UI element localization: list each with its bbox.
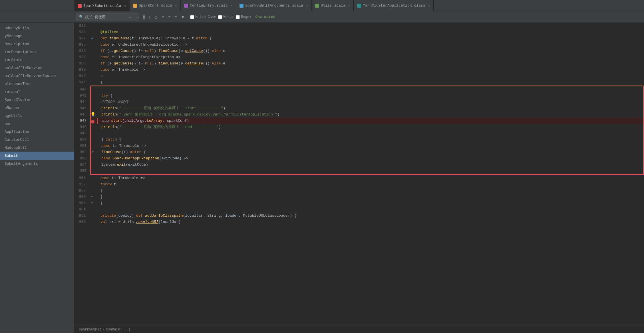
line-956: 956 case t: Throwable =>	[74, 175, 644, 181]
close-tab-btn[interactable]: ✕	[231, 4, 233, 7]
line-954: 954 System.exit(exitCode)	[91, 162, 643, 168]
sidebar-item-hadooputil[interactable]: HadoopUtil	[0, 144, 74, 152]
search-funnel-btn[interactable]: ▼	[180, 14, 186, 20]
sidebar-item-nalshuffleservicesource[interactable]: nalShuffleServiceSource	[0, 72, 74, 80]
search-icon: 🔍	[79, 15, 83, 19]
app-container: SparkSubmit.scala ✕ SparkConf.scala ✕ Co…	[0, 0, 644, 333]
match-case-option[interactable]: Match Case	[190, 15, 216, 19]
line-940: 940 e	[74, 73, 644, 79]
line-946: 946 💡 println(" yarn 集群模式下： org.apache.s…	[91, 111, 643, 118]
line-938: 938 if (e.getCause() != null) findCause(…	[74, 60, 644, 67]
sidebar-item-nrunner[interactable]: nRunner	[0, 104, 74, 112]
tab-label: SparkSubmitArguments.scala	[245, 3, 303, 8]
words-option[interactable]: Words	[218, 15, 234, 19]
sidebar-item-sparkcluster[interactable]: SparkCluster	[0, 96, 74, 104]
search-input-wrapper[interactable]: 🔍 ← → ✕	[77, 13, 139, 21]
tab-sparksubmitargs[interactable]: SparkSubmitArguments.scala ✕	[236, 0, 311, 11]
line-941: 941 }	[74, 79, 644, 86]
breakpoint-indicator	[91, 120, 94, 123]
close-tab-btn[interactable]: ✕	[306, 4, 308, 7]
match-case-label: Match Case	[195, 15, 216, 19]
close-tab-btn[interactable]: ✕	[428, 4, 430, 7]
reload-icon: ↺	[91, 35, 93, 42]
regex-option[interactable]: Regex	[236, 15, 251, 19]
line-937: 937 case e: InvocationTargetException =>	[74, 54, 644, 60]
line-958: 958 }	[74, 188, 644, 194]
search-bar: 🔍 ← → ✕ ↑ ↓ ⊙ ≡ ≡ ≡ ▼ Match Case Words	[0, 11, 644, 23]
line-932: 932	[74, 23, 644, 29]
line-957: 957 throw t	[74, 181, 644, 188]
breadcrumb-method: runMain(...)	[106, 328, 130, 332]
search-down-btn[interactable]: ↓	[147, 14, 152, 20]
search-up-btn[interactable]: ↑	[141, 14, 146, 20]
line-947: 947 app.start(childArgs.toArray, sparkCo…	[91, 118, 643, 124]
search-input[interactable]	[85, 15, 125, 19]
utils-icon	[315, 4, 319, 8]
line-951: 951 case t: Throwable =>	[91, 143, 643, 149]
sidebar-item-rotocol[interactable]: rotocol	[0, 88, 74, 96]
search-next-btn[interactable]: →	[135, 14, 141, 20]
editor-area: 932 933 @tailrec 934 ↺	[74, 23, 644, 333]
breadcrumb-file: SparkSubmit	[79, 328, 101, 332]
line-943: 943 try {	[91, 93, 643, 99]
line-961: 961	[74, 206, 644, 213]
hint-icon: 💡	[90, 111, 95, 118]
highlighted-code-region: 942 943 try {	[90, 86, 644, 175]
search-actions: ↑ ↓ ⊙ ≡ ≡ ≡ ▼	[141, 14, 186, 20]
line-959: 959 ▼ }	[74, 194, 644, 200]
sidebar-item-tolerancetest[interactable]: oleranceTest	[0, 80, 74, 88]
sidebar-item-submitarguments[interactable]: SubmitArguments	[0, 160, 74, 168]
close-tab-btn[interactable]: ✕	[175, 4, 177, 7]
tab-label: YarnClusterApplication.class	[363, 3, 425, 8]
line-960: 960 ▼ }	[74, 200, 644, 206]
sparkconf-icon	[133, 4, 137, 8]
fold-arrow-959[interactable]: ▼	[91, 194, 93, 200]
tab-label: SparkSubmit.scala	[83, 4, 121, 8]
tab-configentry[interactable]: ConfigEntry.scala ✕	[181, 0, 236, 11]
tab-label: Utils.scala	[321, 3, 345, 8]
line-963: 963 val uri = Utils.resolveURI(localJar)	[74, 219, 644, 225]
search-filter-btn1[interactable]: ≡	[160, 14, 166, 20]
editor-wrapper[interactable]: 932 933 @tailrec 934 ↺	[74, 23, 644, 326]
search-filter-btn3[interactable]: ≡	[173, 14, 178, 20]
close-tab-btn[interactable]: ✕	[348, 4, 350, 7]
sidebar: ndencyUtils yMessage Description torDesc…	[0, 23, 74, 333]
line-953: 953 case SparkUserAppException(exitCode)…	[91, 155, 643, 162]
line-955: 955	[91, 168, 643, 174]
fold-arrow[interactable]: ▼	[92, 149, 94, 155]
tab-yarncluster[interactable]: YarnClusterApplication.class ✕	[354, 0, 434, 11]
tab-sparksubmit[interactable]: SparkSubmit.scala ✕	[74, 0, 130, 11]
regex-checkbox[interactable]	[236, 15, 240, 19]
sidebar-item-tordescription[interactable]: torDescription	[0, 48, 74, 56]
line-962: 962 private[deploy] def addJarToClasspat…	[74, 213, 644, 219]
scala-icon	[78, 4, 82, 8]
sidebar-item-curatorutil[interactable]: CuratorUtil	[0, 136, 74, 144]
sidebar-item-application[interactable]: Application	[0, 128, 74, 136]
line-935: 935 case e: UndeclaredThrowableException…	[74, 42, 644, 48]
sidebar-item-ymessage[interactable]: yMessage	[0, 32, 74, 40]
close-tab-btn[interactable]: ✕	[124, 4, 126, 8]
search-filter-btn2[interactable]: ≡	[167, 14, 172, 20]
match-case-checkbox[interactable]	[190, 15, 194, 19]
tab-utils[interactable]: Utils.scala ✕	[312, 0, 354, 11]
sidebar-item-ner[interactable]: ner	[0, 120, 74, 128]
tab-label: ConfigEntry.scala	[190, 3, 228, 8]
search-target-btn[interactable]: ⊙	[153, 14, 159, 20]
sidebar-item-submit[interactable]: Submit	[0, 152, 74, 160]
sidebar-item-nalshuffleservice[interactable]: nalShuffleService	[0, 64, 74, 72]
line-936: 936 if (e.getCause() != null) findCause(…	[74, 48, 644, 54]
words-label: Words	[223, 15, 234, 19]
line-939: 939 case e: Throwable =>	[74, 67, 644, 73]
sidebar-item-ageutils[interactable]: ageUtils	[0, 112, 74, 120]
sidebar-item-ndencyutils[interactable]: ndencyUtils	[0, 24, 74, 32]
words-checkbox[interactable]	[218, 15, 222, 19]
fold-arrow-960[interactable]: ▼	[91, 200, 93, 206]
tab-sparkconf[interactable]: SparkConf.scala ✕	[130, 0, 181, 11]
search-prev-btn[interactable]: ←	[127, 14, 133, 20]
sidebar-item-description[interactable]: Description	[0, 40, 74, 48]
line-949: 949	[91, 130, 643, 137]
line-944: 944 //TODO 关键点	[91, 99, 643, 105]
sidebar-item-torstate[interactable]: torState	[0, 56, 74, 64]
tab-bar: SparkSubmit.scala ✕ SparkConf.scala ✕ Co…	[0, 0, 644, 11]
line-942: 942	[91, 86, 643, 93]
